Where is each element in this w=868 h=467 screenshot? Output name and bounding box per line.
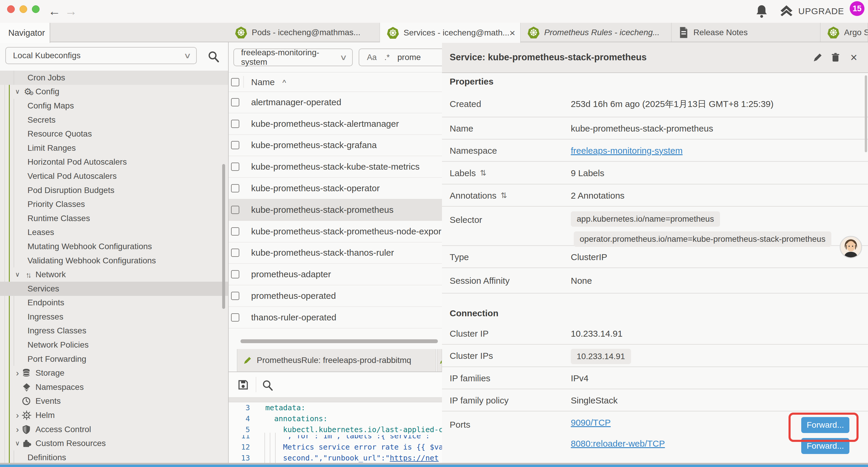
sort-ascending-icon[interactable]: ^: [282, 78, 286, 87]
sidebar-item-limit-ranges[interactable]: Limit Ranges: [0, 141, 228, 155]
sidebar-item-endpoints[interactable]: Endpoints: [0, 296, 228, 310]
sidebar-item-network[interactable]: ∨↑↓Network: [0, 267, 228, 282]
sidebar-item-events[interactable]: Events: [0, 394, 228, 408]
row-checkbox[interactable]: [231, 141, 239, 149]
row-checkbox[interactable]: [231, 206, 239, 214]
row-checkbox[interactable]: [231, 313, 239, 322]
sidebar-item-runtime-classes[interactable]: Runtime Classes: [0, 211, 228, 226]
editor-tab-prometheusrule[interactable]: PrometheusRule: freeleaps-prod-rabbitmq: [237, 349, 436, 372]
tab-close-icon[interactable]: ×: [509, 27, 515, 39]
yaml-url-link[interactable]: https://net: [390, 454, 439, 462]
table-row-kube-prometheus-stack-grafana[interactable]: kube-prometheus-stack-grafana: [229, 135, 442, 156]
chevron-collapsed-icon[interactable]: ›: [13, 368, 22, 378]
sidebar-item-vertical-pod-autoscalers[interactable]: Vertical Pod Autoscalers: [0, 169, 228, 183]
chevron-expanded-icon[interactable]: ∨: [13, 439, 22, 447]
table-row-alertmanager-operated[interactable]: alertmanager-operated: [229, 92, 442, 113]
notifications-bell-icon[interactable]: [755, 4, 768, 18]
row-checkbox[interactable]: [231, 270, 239, 279]
delete-trash-icon[interactable]: [830, 52, 841, 63]
sidebar-item-cron-jobs[interactable]: Cron Jobs: [0, 71, 228, 85]
row-checkbox[interactable]: [231, 227, 239, 236]
sidebar-item-horizontal-pod-autoscalers[interactable]: Horizontal Pod Autoscalers: [0, 155, 228, 169]
port-link[interactable]: 8080:reloader-web/TCP: [571, 439, 665, 449]
sidebar-item-ingress-classes[interactable]: Ingress Classes: [0, 324, 228, 338]
table-row-prometheus-operated[interactable]: prometheus-operated: [229, 285, 442, 307]
table-row-prometheus-adapter[interactable]: prometheus-adapter: [229, 264, 442, 285]
sidebar-item-access-control[interactable]: ›Access Control: [0, 422, 228, 437]
tab-release-notes[interactable]: Release Notes: [672, 23, 820, 42]
window-minimize-button[interactable]: [20, 5, 27, 13]
regex-toggle[interactable]: .*: [384, 53, 390, 62]
sidebar-item-priority-classes[interactable]: Priority Classes: [0, 197, 228, 211]
sidebar-item-config-maps[interactable]: Config Maps: [0, 99, 228, 113]
yaml-editor[interactable]: 3metadata:4annotations:5kubectl.kubernet…: [229, 402, 442, 467]
table-row-kube-prometheus-stack-thanos-ruler[interactable]: kube-prometheus-stack-thanos-ruler: [229, 242, 442, 264]
table-row-kube-prometheus-stack-prometheus-node-expor[interactable]: kube-prometheus-stack-prometheus-node-ex…: [229, 221, 442, 242]
sort-toggle-icon[interactable]: ⇅: [500, 191, 507, 200]
sidebar-item-leases[interactable]: Leases: [0, 226, 228, 240]
window-close-button[interactable]: [7, 5, 15, 13]
select-all-checkbox[interactable]: [231, 78, 239, 86]
table-horizontal-scrollbar[interactable]: [241, 339, 438, 343]
save-button[interactable]: [237, 379, 249, 391]
editor-tab-next[interactable]: [437, 349, 442, 372]
user-avatar[interactable]: [840, 236, 862, 258]
list-search-input[interactable]: Aa .* prome: [359, 49, 442, 66]
name-column-header[interactable]: Name: [251, 77, 275, 87]
row-checkbox[interactable]: [231, 292, 239, 300]
namespace-selector[interactable]: freeleaps-monitoring-system ∨: [234, 49, 353, 66]
sidebar-item-definitions[interactable]: Definitions: [0, 450, 228, 465]
table-row-kube-prometheus-stack-kube-state-metrics[interactable]: kube-prometheus-stack-kube-state-metrics: [229, 156, 442, 178]
sidebar-item-ingresses[interactable]: Ingresses: [0, 310, 228, 324]
close-icon[interactable]: ×: [848, 52, 860, 63]
port-link[interactable]: 9090/TCP: [571, 418, 611, 428]
chevron-collapsed-icon[interactable]: ›: [13, 425, 22, 435]
window-zoom-button[interactable]: [32, 5, 39, 13]
tab-services-icecheng-math[interactable]: Services - icecheng@math...×: [380, 23, 521, 43]
sidebar-item-resource-quotas[interactable]: Resource Quotas: [0, 127, 228, 141]
row-checkbox[interactable]: [231, 120, 239, 128]
sidebar-item-custom-resources[interactable]: ∨Custom Resources: [0, 436, 228, 450]
upgrade-button[interactable]: UPGRADE: [779, 4, 844, 18]
sidebar-item-config[interactable]: ∨⚙⚙Config: [0, 85, 228, 99]
forward-button[interactable]: Forward...: [801, 417, 849, 433]
tab-prometheus-rules-icecheng[interactable]: Prometheus Rules - icecheng...: [521, 23, 672, 42]
sidebar-item-pod-disruption-budgets[interactable]: Pod Disruption Budgets: [0, 183, 228, 198]
sidebar-item-namespaces[interactable]: Namespaces: [0, 380, 228, 394]
edit-pencil-icon[interactable]: [812, 52, 824, 63]
editor-search-icon[interactable]: [262, 379, 274, 391]
forward-button[interactable]: →: [63, 3, 79, 20]
details-scrollbar[interactable]: [865, 76, 867, 152]
row-checkbox[interactable]: [231, 184, 239, 193]
row-checkbox[interactable]: [231, 163, 239, 171]
sidebar-item-network-policies[interactable]: Network Policies: [0, 338, 228, 352]
sidebar-item-mutating-webhook-configurations[interactable]: Mutating Webhook Configurations: [0, 239, 228, 254]
namespace-link[interactable]: freeleaps-monitoring-system: [571, 146, 682, 156]
sort-toggle-icon[interactable]: ⇅: [480, 169, 486, 178]
sidebar-search-icon[interactable]: [208, 50, 220, 63]
tab-pods-icecheng-mathmas[interactable]: Pods - icecheng@mathmas...: [228, 23, 380, 42]
notification-count-badge[interactable]: 15: [850, 1, 864, 16]
sidebar-item-secrets[interactable]: Secrets: [0, 113, 228, 127]
chevron-expanded-icon[interactable]: ∨: [13, 271, 22, 279]
navigator-panel-tab[interactable]: Navigator: [0, 23, 50, 43]
row-checkbox[interactable]: [231, 249, 239, 257]
match-case-toggle[interactable]: Aa: [367, 53, 377, 62]
back-button[interactable]: ←: [46, 3, 63, 20]
tab-argo-se[interactable]: Argo Se: [820, 23, 868, 42]
sidebar-item-validating-webhook-configurations[interactable]: Validating Webhook Configurations: [0, 254, 228, 268]
chevron-expanded-icon[interactable]: ∨: [13, 88, 22, 95]
table-row-kube-prometheus-stack-alertmanager[interactable]: kube-prometheus-stack-alertmanager: [229, 113, 442, 135]
chevron-collapsed-icon[interactable]: ›: [13, 410, 22, 420]
forward-button[interactable]: Forward...: [801, 438, 849, 454]
sidebar-item-services[interactable]: Services: [0, 282, 228, 296]
row-checkbox[interactable]: [231, 98, 239, 107]
sidebar-scrollbar[interactable]: [222, 164, 225, 309]
table-row-thanos-ruler-operated[interactable]: thanos-ruler-operated: [229, 307, 442, 328]
sidebar-item-port-forwarding[interactable]: Port Forwarding: [0, 352, 228, 366]
kubeconfig-selector[interactable]: Local Kubeconfigs ∨: [5, 47, 197, 64]
table-row-kube-prometheus-stack-prometheus[interactable]: kube-prometheus-stack-prometheus: [229, 199, 442, 221]
sidebar-item-helm[interactable]: ›Helm: [0, 408, 228, 422]
sidebar-item-storage[interactable]: ›Storage: [0, 366, 228, 380]
table-row-kube-prometheus-stack-operator[interactable]: kube-prometheus-stack-operator: [229, 178, 442, 199]
